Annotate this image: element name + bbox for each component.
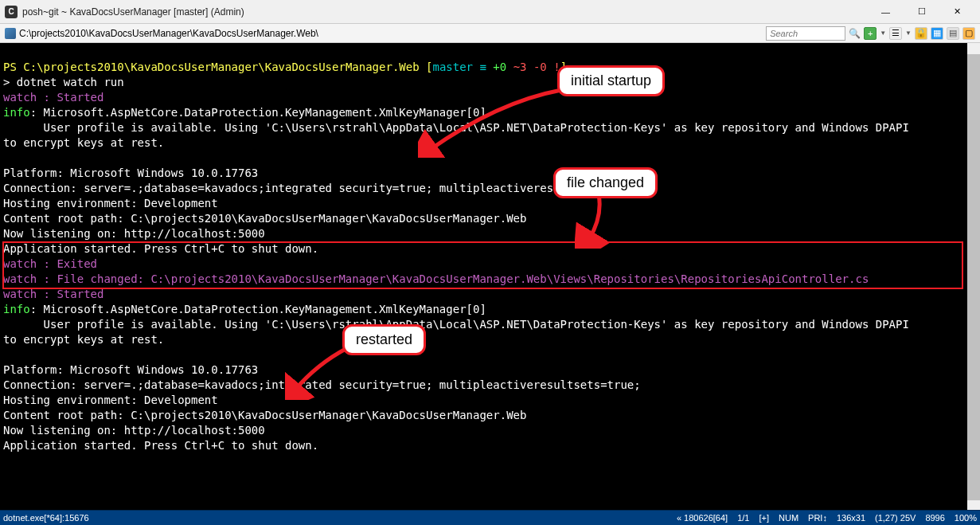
layout-icon[interactable]: ▤ <box>947 27 959 40</box>
info2-line2: User profile is available. Using 'C:\Use… <box>3 318 909 331</box>
info-line1: Microsoft.AspNetCore.DataProtection.KeyM… <box>44 106 486 119</box>
listening-2: Now listening on: http://localhost:5000 <box>3 424 265 437</box>
platform-1: Platform: Microsoft Windows 10.0.17763 <box>3 167 258 179</box>
info-colon-1: : <box>30 106 44 119</box>
status-item-7: 8996 <box>925 513 944 523</box>
hosting-1: Hosting environment: Development <box>3 197 218 210</box>
status-item-6: (1,27) 25V <box>875 513 916 523</box>
branch-name: master <box>432 61 473 73</box>
hosting-2: Hosting environment: Development <box>3 394 218 406</box>
maximize-button[interactable]: ☐ <box>904 1 939 23</box>
window-title: posh~git ~ KavaDocsUserManager [master] … <box>22 6 868 18</box>
callout-initial-startup: initial startup <box>557 65 665 96</box>
window-titlebar: C posh~git ~ KavaDocsUserManager [master… <box>0 0 980 24</box>
platform-2: Platform: Microsoft Windows 10.0.17763 <box>3 363 258 376</box>
command-text: dotnet watch run <box>17 76 124 88</box>
grid-icon[interactable]: ▦ <box>931 27 943 40</box>
status-item-4: PRI↕ <box>808 513 827 523</box>
status-item-2: [+] <box>759 513 769 523</box>
callout-file-changed: file changed <box>553 167 658 198</box>
window-controls: — ☐ ✕ <box>868 1 975 23</box>
close-button[interactable]: ✕ <box>939 1 975 23</box>
watch-filechanged: watch : File changed: C:\projects2010\Ka… <box>3 272 869 285</box>
dropdown-icon[interactable]: ▼ <box>880 29 886 37</box>
status-bar: dotnet.exe[*64]:15676 « 180626[64] 1/1 [… <box>0 510 980 525</box>
new-tab-button[interactable]: + <box>864 27 877 40</box>
status-item-8: 100% <box>955 513 977 523</box>
connection-2: Connection: server=.;database=kavadocs;i… <box>3 378 641 391</box>
search-icon[interactable]: 🔍 <box>849 28 861 39</box>
status-item-1: 1/1 <box>737 513 749 523</box>
listening-1: Now listening on: http://localhost:5000 <box>3 227 265 240</box>
connection-1: Connection: server=.;database=kavadocs;i… <box>3 182 641 194</box>
info-line3: to encrypt keys at rest. <box>3 136 164 149</box>
tab-bar: C:\projects2010\KavaDocsUserManager\Kava… <box>0 24 980 43</box>
scrollbar-thumb[interactable] <box>967 54 980 500</box>
contentroot-2: Content root path: C:\projects2010\KavaD… <box>3 409 526 421</box>
appstarted-1: Application started. Press Ctrl+C to shu… <box>3 242 318 255</box>
status-item-3: NUM <box>779 513 798 523</box>
prompt-char: > <box>3 76 17 88</box>
watch-exited: watch : Exited <box>3 257 97 270</box>
folder-icon[interactable]: ▢ <box>962 27 975 40</box>
info2-line3: to encrypt keys at rest. <box>3 333 164 346</box>
info2-line1: Microsoft.AspNetCore.DataProtection.KeyM… <box>44 303 486 315</box>
status-eq: ≡ <box>473 61 493 73</box>
dropdown2-icon[interactable]: ▼ <box>905 29 912 37</box>
callout-restarted: restarted <box>342 324 426 355</box>
contentroot-1: Content root path: C:\projects2010\KavaD… <box>3 212 526 225</box>
info-label-1: info <box>3 106 30 119</box>
app-icon: C <box>5 6 18 18</box>
appstarted-2: Application started. Press Ctrl+C to shu… <box>3 439 318 452</box>
branch-open: [ <box>420 61 433 73</box>
tab-icon <box>5 28 16 39</box>
status-plus: +0 <box>493 61 513 73</box>
info-colon-2: : <box>30 303 44 315</box>
lock-icon[interactable]: 🔒 <box>915 27 927 40</box>
watch-started-1: watch : Started <box>3 91 103 104</box>
tab-left: C:\projects2010\KavaDocsUserManager\Kava… <box>5 28 318 39</box>
status-item-5: 136x31 <box>837 513 865 523</box>
menu-icon[interactable]: ☰ <box>889 27 902 40</box>
minimize-button[interactable]: — <box>868 1 904 23</box>
status-tilde: ~3 <box>513 61 533 73</box>
info-label-2: info <box>3 303 30 315</box>
ps-prefix: PS <box>3 61 23 73</box>
toolbar-right: 🔍 + ▼ ☰ ▼ 🔒 ▦ ▤ ▢ <box>766 26 975 41</box>
status-item-0: « 180626[64] <box>677 513 728 523</box>
status-minus: -0 <box>533 61 553 73</box>
search-input[interactable] <box>766 26 845 41</box>
scrollbar[interactable] <box>967 43 980 510</box>
ps-path: C:\projects2010\KavaDocsUserManager\Kava… <box>23 61 419 73</box>
info-line2: User profile is available. Using 'C:\Use… <box>3 121 909 134</box>
status-process: dotnet.exe[*64]:15676 <box>3 513 677 523</box>
status-right: « 180626[64] 1/1 [+] NUM PRI↕ 136x31 (1,… <box>677 513 977 523</box>
terminal-output[interactable]: PS C:\projects2010\KavaDocsUserManager\K… <box>0 43 980 510</box>
tab-path[interactable]: C:\projects2010\KavaDocsUserManager\Kava… <box>19 28 318 39</box>
watch-started-2: watch : Started <box>3 288 103 300</box>
